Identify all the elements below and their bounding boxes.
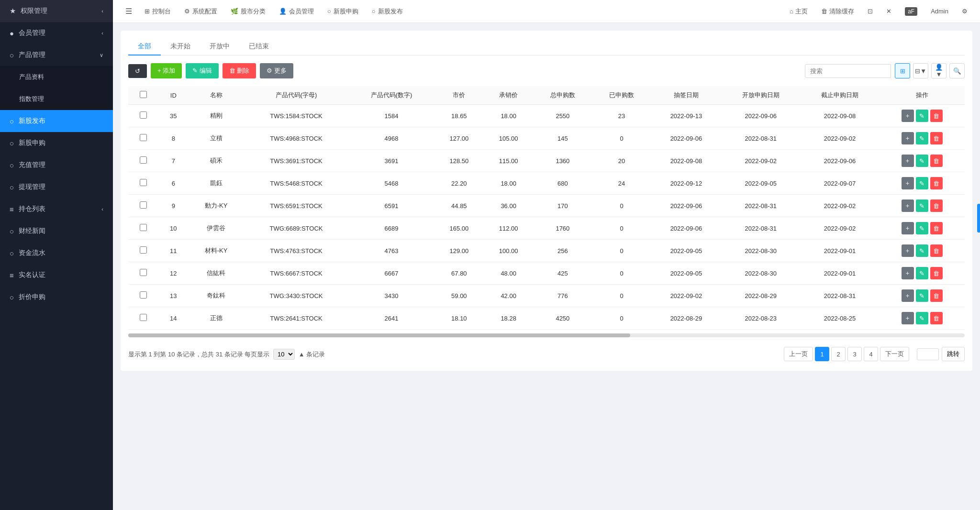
nav-item-xingushenqou[interactable]: ○ 新股申购 (322, 4, 364, 19)
nav-home[interactable]: ⌂ 主页 (785, 4, 813, 19)
row-add-button[interactable]: ＋ (902, 110, 914, 122)
row-add-button[interactable]: ＋ (902, 177, 914, 189)
view-export-button[interactable]: 👤▼ (931, 63, 947, 78)
edit-button[interactable]: ✎ 编辑 (186, 63, 219, 78)
view-table-button[interactable]: ⊞ (895, 63, 910, 78)
nav-item-xitongpeizhi[interactable]: ⚙ 系统配置 (178, 4, 223, 19)
row-edit-button[interactable]: ✎ (916, 200, 928, 212)
row-delete-button[interactable]: 🗑 (930, 312, 943, 324)
header-code-num: 产品代码(数字) (348, 86, 434, 105)
sidebar-item-chanpin[interactable]: ○ 产品管理 ∨ (0, 44, 113, 66)
row-edit-button[interactable]: ✎ (916, 177, 928, 189)
row-select-checkbox[interactable] (140, 246, 147, 254)
prev-page-button[interactable]: 上一页 (784, 347, 813, 361)
sidebar-item-huiyuan[interactable]: ● 会员管理 ‹ (0, 22, 113, 44)
search-input[interactable] (805, 64, 891, 78)
row-delete-button[interactable]: 🗑 (930, 289, 943, 302)
sidebar-item-caijing[interactable]: ○ 财经新闻 (0, 220, 113, 242)
page-3-button[interactable]: 3 (847, 347, 862, 361)
row-close-date: 2022-09-06 (800, 150, 879, 172)
tab-ended[interactable]: 已结束 (239, 38, 278, 55)
tab-open[interactable]: 开放中 (200, 38, 239, 55)
row-add-button[interactable]: ＋ (902, 267, 914, 279)
row-edit-button[interactable]: ✎ (916, 222, 928, 234)
nav-clear-cache[interactable]: 🗑 清除缓存 (816, 4, 859, 19)
nav-settings[interactable]: ⚙ (957, 5, 972, 18)
search-button[interactable]: 🔍 (949, 63, 965, 78)
row-edit-button[interactable]: ✎ (916, 110, 928, 122)
row-add-button[interactable]: ＋ (902, 200, 914, 212)
hamburger-icon[interactable]: ☰ (121, 4, 137, 19)
row-edit-button[interactable]: ✎ (916, 244, 928, 257)
row-add-button[interactable]: ＋ (902, 155, 914, 167)
delete-button[interactable]: 🗑 删除 (223, 63, 256, 78)
sidebar-item-xingufabu[interactable]: ○ 新股发布 (0, 110, 113, 132)
row-underwrite-price: 18.00 (484, 105, 533, 127)
sidebar-item-zijin[interactable]: ○ 资金流水 (0, 242, 113, 264)
tab-notstarted[interactable]: 未开始 (161, 38, 200, 55)
row-add-button[interactable]: ＋ (902, 289, 914, 302)
sidebar-item-quanxian[interactable]: ★ 权限管理 ‹ (0, 0, 113, 22)
row-select-checkbox[interactable] (140, 314, 147, 321)
row-edit-button[interactable]: ✎ (916, 289, 928, 302)
row-select-checkbox[interactable] (140, 179, 147, 186)
row-select-checkbox[interactable] (140, 224, 147, 231)
row-add-button[interactable]: ＋ (902, 244, 914, 257)
row-delete-button[interactable]: 🗑 (930, 267, 943, 279)
sidebar-item-tixian[interactable]: ○ 提现管理 (0, 176, 113, 198)
row-delete-button[interactable]: 🗑 (930, 155, 943, 167)
pagination-info: 显示第 1 到第 10 条记录，总共 31 条记录 每页显示 10 20 50 … (128, 349, 784, 360)
nav-item-kongzhitai[interactable]: ⊞ 控制台 (139, 4, 177, 19)
row-edit-button[interactable]: ✎ (916, 312, 928, 324)
jump-input[interactable] (917, 348, 939, 360)
sidebar-item-chicang[interactable]: ≡ 持仓列表 ‹ (0, 198, 113, 220)
row-select-checkbox[interactable] (140, 134, 147, 141)
nav-item-gushifenlei[interactable]: 🌿 股市分类 (225, 4, 271, 19)
row-select-checkbox[interactable] (140, 201, 147, 209)
row-select-checkbox[interactable] (140, 111, 147, 119)
row-add-button[interactable]: ＋ (902, 222, 914, 234)
sidebar-item-zhishuguan[interactable]: 指数管理 (0, 88, 113, 110)
page-1-button[interactable]: 1 (815, 347, 829, 361)
row-select-checkbox[interactable] (140, 269, 147, 276)
refresh-button[interactable]: ↺ (128, 64, 147, 78)
nav-item-huiyuanguanli[interactable]: 👤 会员管理 (273, 4, 320, 19)
more-button[interactable]: ⚙ 更多 (260, 63, 293, 78)
row-select-checkbox[interactable] (140, 156, 147, 164)
nav-fullscreen[interactable]: ✕ (881, 5, 896, 18)
page-2-button[interactable]: 2 (831, 347, 846, 361)
page-4-button[interactable]: 4 (864, 347, 878, 361)
tab-all[interactable]: 全部 (128, 38, 161, 55)
horizontal-scrollbar[interactable] (128, 333, 965, 337)
row-edit-button[interactable]: ✎ (916, 132, 928, 144)
row-delete-button[interactable]: 🗑 (930, 110, 943, 122)
row-add-button[interactable]: ＋ (902, 312, 914, 324)
select-all-checkbox[interactable] (140, 91, 147, 98)
row-delete-button[interactable]: 🗑 (930, 244, 943, 257)
sidebar-item-xingushenqou[interactable]: ○ 新股申购 (0, 132, 113, 154)
sidebar-label: 折价申购 (19, 293, 45, 301)
row-delete-button[interactable]: 🗑 (930, 200, 943, 212)
jump-button[interactable]: 跳转 (942, 347, 965, 361)
tixian-icon: ○ (10, 183, 14, 191)
view-grid-button[interactable]: ⊟▼ (913, 63, 928, 78)
sidebar-item-shiming[interactable]: ≡ 实名认证 (0, 264, 113, 286)
nav-item-xingufabu[interactable]: ○ 新股发布 (366, 4, 409, 19)
sidebar-item-chongzhi[interactable]: ○ 充值管理 (0, 154, 113, 176)
sidebar-item-zhejia[interactable]: ○ 折价申购 (0, 286, 113, 308)
sidebar-item-chanpinziliao[interactable]: 产品资料 (0, 66, 113, 88)
row-edit-button[interactable]: ✎ (916, 267, 928, 279)
row-add-button[interactable]: ＋ (902, 132, 914, 144)
row-delete-button[interactable]: 🗑 (930, 177, 943, 189)
nav-username[interactable]: Admin (926, 5, 953, 18)
row-delete-button[interactable]: 🗑 (930, 222, 943, 234)
add-button[interactable]: + 添加 (151, 63, 182, 78)
row-market-price: 129.00 (434, 240, 484, 262)
nav-user-avatar[interactable]: aF (900, 4, 922, 19)
nav-screen1[interactable]: ⊡ (863, 5, 878, 18)
row-select-checkbox[interactable] (140, 291, 147, 299)
row-delete-button[interactable]: 🗑 (930, 132, 943, 144)
row-edit-button[interactable]: ✎ (916, 155, 928, 167)
next-page-button[interactable]: 下一页 (880, 347, 909, 361)
per-page-select[interactable]: 10 20 50 (273, 349, 295, 360)
